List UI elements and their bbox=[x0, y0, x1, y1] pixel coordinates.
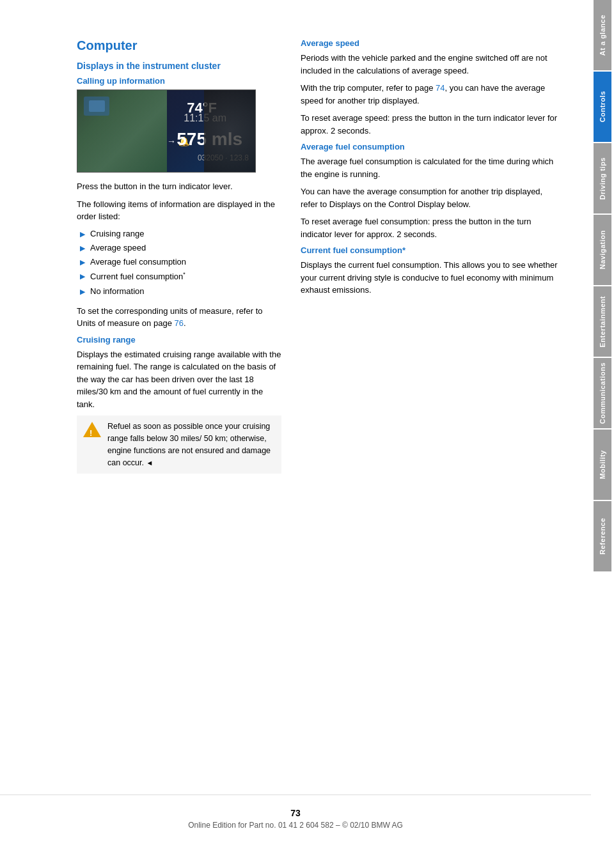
page-title: Computer bbox=[77, 38, 281, 53]
sidebar-label-at-a-glance: At a glance bbox=[599, 15, 606, 56]
page-footer: 73 Online Edition for Part no. 01 41 2 6… bbox=[0, 794, 591, 842]
section-avg-speed-title: Average speed bbox=[301, 38, 559, 48]
bullet-arrow-3: ▶ bbox=[80, 258, 85, 267]
bullet-text-2: Average speed bbox=[90, 242, 146, 254]
warning-triangle bbox=[83, 422, 101, 437]
sidebar-item-at-a-glance[interactable]: At a glance bbox=[594, 0, 611, 70]
list-item: ▶ Average fuel consumption bbox=[80, 256, 281, 268]
sidebar-label-entertainment: Entertainment bbox=[599, 296, 606, 347]
sidebar: At a glance Controls Driving tips Naviga… bbox=[591, 0, 614, 868]
section-avg-fuel-title: Average fuel consumption bbox=[301, 142, 559, 151]
sidebar-label-navigation: Navigation bbox=[599, 230, 606, 269]
sidebar-item-reference[interactable]: Reference bbox=[594, 501, 611, 571]
bullet-text-5: No information bbox=[90, 286, 145, 297]
sidebar-item-mobility[interactable]: Mobility bbox=[594, 430, 611, 500]
sidebar-item-controls[interactable]: Controls bbox=[594, 72, 611, 142]
bullet-arrow-4: ▶ bbox=[80, 272, 85, 281]
bullet-arrow-2: ▶ bbox=[80, 244, 85, 253]
instrument-cluster-image: 74°F 11:15 am → 🔔 575 mls 032050 · 123.8 bbox=[77, 89, 256, 173]
sidebar-label-reference: Reference bbox=[599, 518, 606, 555]
icon-cluster bbox=[84, 97, 109, 116]
sidebar-item-entertainment[interactable]: Entertainment bbox=[594, 286, 611, 357]
body-current-fuel: Displays the current fuel consumption. T… bbox=[301, 259, 559, 297]
bullet-list: ▶ Cruising range ▶ Average speed ▶ Avera… bbox=[80, 228, 281, 297]
section-current-fuel-title: Current fuel consumption* bbox=[301, 245, 559, 255]
sidebar-label-mobility: Mobility bbox=[599, 450, 606, 479]
units-page-link[interactable]: 76 bbox=[174, 318, 183, 328]
list-item: ▶ Current fuel consumption* bbox=[80, 270, 281, 283]
list-item: ▶ No information bbox=[80, 286, 281, 297]
sidebar-item-navigation[interactable]: Navigation bbox=[594, 215, 611, 285]
bullet-text-1: Cruising range bbox=[90, 228, 145, 240]
warning-text: Refuel as soon as possible once your cru… bbox=[107, 421, 275, 469]
warning-box: Refuel as soon as possible once your cru… bbox=[77, 415, 281, 474]
sidebar-item-driving-tips[interactable]: Driving tips bbox=[594, 143, 611, 213]
section-cruising-title: Cruising range bbox=[77, 335, 281, 345]
bullet-text-3: Average fuel consumption bbox=[90, 256, 186, 268]
speedometer-area bbox=[204, 90, 255, 172]
avg-speed-page-link[interactable]: 74 bbox=[436, 83, 445, 93]
footer-text: Online Edition for Part no. 01 41 2 604 … bbox=[188, 821, 403, 830]
right-column: Average speed Periods with the vehicle p… bbox=[301, 38, 559, 830]
sidebar-label-communications: Communications bbox=[599, 362, 606, 424]
body-units: To set the corresponding units of measur… bbox=[77, 305, 281, 330]
sidebar-label-driving-tips: Driving tips bbox=[599, 157, 606, 200]
subsection-calling-title: Calling up information bbox=[77, 76, 281, 86]
body-avg-fuel-1: The average fuel consumption is calculat… bbox=[301, 155, 559, 180]
body-avg-speed-1: Periods with the vehicle parked and the … bbox=[301, 52, 559, 77]
body-press: Press the button in the turn indicator l… bbox=[77, 180, 281, 193]
bullet-text-4: Current fuel consumption* bbox=[90, 270, 185, 283]
bullet-arrow-5: ▶ bbox=[80, 287, 85, 297]
list-item: ▶ Average speed bbox=[80, 242, 281, 254]
page-number: 73 bbox=[13, 808, 578, 818]
body-avg-fuel-2: You can have the average consumption for… bbox=[301, 185, 559, 210]
body-avg-fuel-3: To reset average fuel consumption: press… bbox=[301, 215, 559, 240]
body-cruising: Displays the estimated cruising range av… bbox=[77, 348, 281, 411]
body-following: The following items of information are d… bbox=[77, 198, 281, 223]
sidebar-label-controls: Controls bbox=[599, 91, 606, 122]
body-avg-speed-3: To reset average speed: press the button… bbox=[301, 112, 559, 137]
left-column: Computer Displays in the instrument clus… bbox=[77, 38, 281, 830]
bullet-arrow-1: ▶ bbox=[80, 229, 85, 239]
sidebar-item-communications[interactable]: Communications bbox=[594, 358, 611, 428]
section-displays-title: Displays in the instrument cluster bbox=[77, 61, 281, 71]
warning-icon bbox=[83, 422, 101, 440]
body-avg-speed-2: With the trip computer, refer to page 74… bbox=[301, 82, 559, 107]
list-item: ▶ Cruising range bbox=[80, 228, 281, 240]
